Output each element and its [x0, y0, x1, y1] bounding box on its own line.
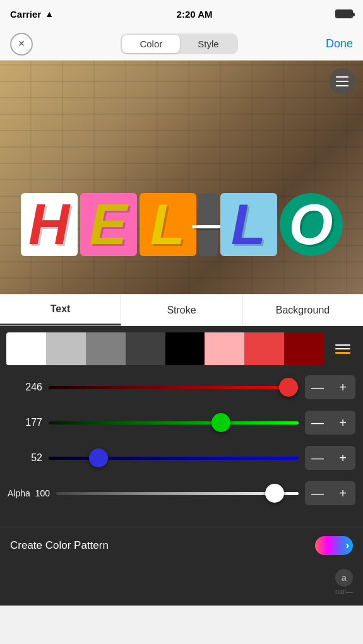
swatch-black[interactable]: [165, 332, 205, 365]
swatch-lightgray[interactable]: [46, 332, 86, 365]
close-button[interactable]: ×: [10, 33, 33, 56]
green-minus-button[interactable]: —: [305, 411, 330, 435]
tab-text[interactable]: Text: [0, 295, 121, 325]
hello-text: H E L — L O: [21, 193, 343, 256]
red-plus-button[interactable]: +: [330, 375, 355, 399]
segment-control: Color Style: [121, 33, 237, 54]
red-slider-thumb[interactable]: [279, 378, 298, 397]
blue-slider-wrapper[interactable]: [49, 449, 299, 467]
status-carrier: Carrier ▲: [10, 9, 54, 20]
swatch-darkred[interactable]: [284, 332, 324, 365]
canvas-background: H E L — L O: [0, 61, 363, 294]
swatch-pink[interactable]: [205, 332, 244, 365]
green-plus-button[interactable]: +: [330, 411, 355, 435]
menu-line-3: [336, 85, 348, 86]
letter-H: H: [21, 193, 78, 256]
hamburger-line-1: [335, 344, 350, 346]
swatch-gray[interactable]: [86, 332, 126, 365]
blue-slider-row: 52 — +: [8, 446, 355, 470]
red-stepper: — +: [305, 375, 355, 399]
letter-E: E: [80, 193, 137, 256]
carrier-label: Carrier: [10, 9, 41, 20]
create-pattern-button[interactable]: ›: [315, 536, 353, 555]
color-swatches-row: [0, 326, 363, 365]
alpha-slider-wrapper[interactable]: [56, 484, 299, 502]
watermark: a nail—: [0, 564, 363, 606]
create-pattern-label: Create Color Pattern: [10, 539, 109, 552]
wifi-icon: ▲: [45, 9, 54, 19]
canvas-area: H E L — L O: [0, 61, 363, 294]
swatch-white[interactable]: [6, 332, 46, 365]
alpha-text-label: Alpha: [8, 488, 30, 498]
swatches-menu-button[interactable]: [329, 335, 357, 363]
green-value-label: 177: [8, 417, 42, 428]
alpha-minus-button[interactable]: —: [305, 481, 330, 505]
blue-slider-track: [49, 457, 299, 460]
tab-bar: Text Stroke Background: [0, 294, 363, 326]
hamburger-line-2: [335, 348, 350, 349]
toolbar: × Color Style Done: [0, 28, 363, 61]
tab-background[interactable]: Background: [242, 295, 363, 325]
watermark-logo: a nail—: [335, 569, 353, 595]
menu-button[interactable]: [329, 68, 355, 95]
green-slider-track: [49, 421, 299, 424]
swatch-darkgray[interactable]: [126, 332, 165, 365]
battery-icon: [335, 9, 353, 18]
green-slider-thumb[interactable]: [211, 413, 230, 432]
green-stepper: — +: [305, 411, 355, 435]
alpha-label: Alpha 100: [8, 488, 50, 498]
hamburger-accent-line: [335, 352, 350, 354]
blue-stepper: — +: [305, 446, 355, 470]
alpha-value-label: 100: [35, 488, 50, 498]
status-bar: Carrier ▲ 2:20 AM: [0, 0, 363, 28]
letter-dash: —: [199, 193, 218, 256]
color-segment-button[interactable]: Color: [122, 35, 180, 53]
blue-value-label: 52: [8, 452, 42, 464]
alpha-stepper: — +: [305, 481, 355, 505]
done-button[interactable]: Done: [326, 37, 353, 50]
alpha-slider-row: Alpha 100 — +: [8, 481, 355, 505]
letter-L2: L: [220, 193, 277, 256]
menu-line-1: [336, 76, 348, 78]
swatch-red[interactable]: [244, 332, 284, 365]
style-segment-button[interactable]: Style: [180, 35, 236, 53]
red-value-label: 246: [8, 382, 42, 393]
red-slider-track: [49, 386, 299, 389]
green-slider-wrapper[interactable]: [49, 414, 299, 431]
red-minus-button[interactable]: —: [305, 375, 330, 399]
status-battery: [335, 9, 353, 18]
tab-stroke[interactable]: Stroke: [121, 295, 242, 325]
swatches-container: [6, 332, 324, 365]
green-slider-row: 177 — +: [8, 411, 355, 435]
letter-L1: L: [140, 193, 196, 256]
alpha-slider-thumb[interactable]: [265, 484, 284, 503]
red-slider-wrapper[interactable]: [49, 378, 299, 396]
watermark-circle: a: [335, 569, 353, 587]
sliders-area: 246 — + 177 — + 52: [0, 365, 363, 527]
watermark-text: nail—: [335, 588, 353, 595]
status-time: 2:20 AM: [177, 9, 213, 20]
red-slider-row: 246 — +: [8, 375, 355, 399]
letter-O: O: [280, 193, 343, 256]
create-pattern-row: Create Color Pattern ›: [0, 527, 363, 564]
blue-plus-button[interactable]: +: [330, 446, 355, 470]
menu-line-2: [336, 81, 348, 82]
chevron-right-icon: ›: [346, 540, 349, 551]
alpha-plus-button[interactable]: +: [330, 481, 355, 505]
blue-minus-button[interactable]: —: [305, 446, 330, 470]
alpha-slider-track: [56, 492, 299, 495]
blue-slider-thumb[interactable]: [89, 448, 108, 467]
